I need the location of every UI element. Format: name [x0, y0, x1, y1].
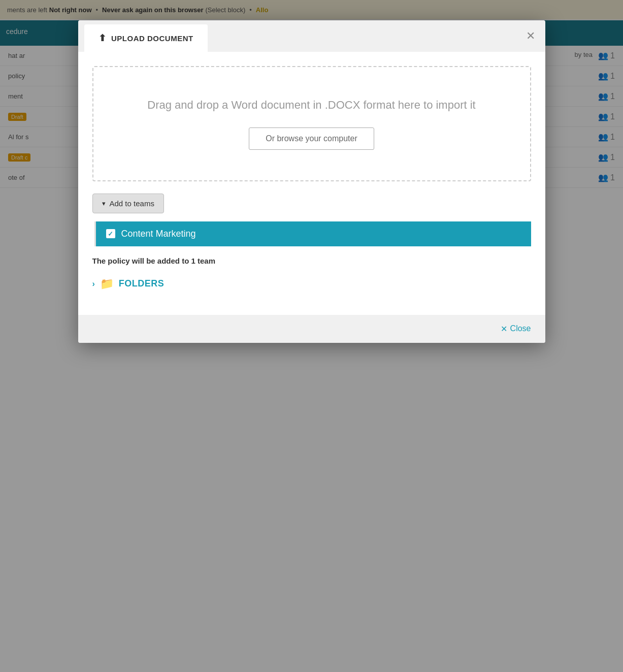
browse-computer-button[interactable]: Or browse your computer [249, 127, 374, 150]
modal-close-button[interactable]: ✕ [516, 23, 545, 49]
add-teams-label: Add to teams [110, 199, 154, 208]
team-checkbox-content-marketing: ✓ [106, 229, 115, 238]
chevron-right-icon: › [92, 279, 95, 289]
upload-modal: ⬆ UPLOAD DOCUMENT ✕ Drag and drop a Word… [78, 20, 545, 343]
drop-zone[interactable]: Drag and drop a Word document in .DOCX f… [92, 66, 531, 181]
modal-overlay: ⬆ UPLOAD DOCUMENT ✕ Drag and drop a Word… [0, 0, 623, 672]
modal-footer: ✕ Close [78, 315, 545, 343]
add-to-teams-button[interactable]: ▾ Add to teams [92, 194, 164, 213]
folders-label: FOLDERS [119, 278, 165, 289]
chevron-down-icon: ▾ [102, 200, 106, 207]
modal-tab-label: UPLOAD DOCUMENT [111, 34, 193, 43]
folders-section[interactable]: › 📁 FOLDERS [92, 277, 531, 291]
modal-body: Drag and drop a Word document in .DOCX f… [78, 52, 545, 315]
policy-summary: The policy will be added to 1 team [92, 257, 531, 265]
close-x-icon: ✕ [501, 324, 507, 334]
team-item-content-marketing[interactable]: ✓ Content Marketing [96, 221, 531, 246]
footer-close-label: Close [510, 324, 531, 333]
team-name-content-marketing: Content Marketing [121, 229, 196, 239]
teams-list: ✓ Content Marketing [94, 221, 531, 246]
drop-zone-text: Drag and drop a Word document in .DOCX f… [114, 98, 510, 113]
folder-icon: 📁 [100, 277, 114, 291]
check-icon: ✓ [108, 230, 113, 238]
footer-close-button[interactable]: ✕ Close [501, 324, 531, 334]
modal-header: ⬆ UPLOAD DOCUMENT ✕ [78, 20, 545, 52]
upload-icon: ⬆ [99, 33, 107, 44]
modal-tab-upload: ⬆ UPLOAD DOCUMENT [84, 24, 208, 52]
